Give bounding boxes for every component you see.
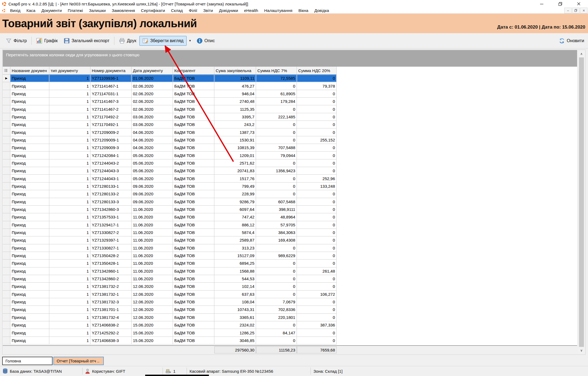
table-row[interactable]: Приход1YZ71170492-103.06.2020БаДМ ТОВ243… [3, 121, 337, 128]
scrollbar-thumb[interactable] [579, 57, 584, 347]
table-cell: 1 [49, 275, 90, 283]
print-button[interactable]: Друк [116, 36, 139, 46]
table-cell: 0 [256, 321, 297, 329]
chart-button[interactable]: Графік [33, 36, 60, 46]
table-row[interactable]: Приход1YZ71350428-111.06.2020БаДМ ТОВ689… [3, 260, 337, 267]
table-row[interactable]: Приход1YZ71342860-311.06.2020БаДМ ТОВ609… [3, 206, 337, 213]
group-by-panel[interactable]: Перетягніть заголовок колонки сюди для у… [3, 50, 577, 67]
column-header-5[interactable]: Контрагент [173, 67, 214, 74]
table-row[interactable]: Приход1YZ71280133-109.06.2020БаДМ ТОВ799… [3, 183, 337, 190]
table-row[interactable]: Приход1YZ71342860-211.06.2020БаДМ ТОВ544… [3, 275, 337, 283]
table-cell: 0 [297, 314, 337, 321]
table-row[interactable]: Приход1YZ71381732-212.06.2020БаДМ ТОВ102… [3, 283, 337, 290]
menu-item-11[interactable]: eHealth [241, 8, 261, 13]
mdi-restore-button[interactable] [572, 8, 580, 13]
save-view-dropdown[interactable]: ▼ [187, 39, 194, 42]
mdi-minimize-button[interactable]: – [564, 8, 572, 13]
table-row[interactable]: Приход1YZ71244043-105.06.2020БаДМ ТОВ151… [3, 175, 337, 182]
table-row[interactable]: Приход1YZ71141467-202.06.2020БаДМ ТОВ112… [3, 105, 337, 113]
table-cell: YZ71406838-3 [90, 337, 132, 344]
column-header-3[interactable]: Номер документа [90, 67, 132, 74]
scroll-down-icon[interactable]: ∨ [578, 347, 584, 354]
table-row[interactable]: Приход1YZ71170492-203.06.2020БаДМ ТОВ339… [3, 113, 337, 121]
menu-item-6[interactable]: Сертифікати [138, 8, 168, 13]
table-row[interactable]: Приход1YZ71141467-302.06.2020БаДМ ТОВ274… [3, 98, 337, 105]
table-row[interactable]: Приход1YZ71209009-204.06.2020БаДМ ТОВ138… [3, 128, 337, 136]
menu-item-0[interactable]: Вихід [7, 8, 23, 13]
mdi-close-button[interactable]: ✕ [580, 8, 587, 13]
table-row[interactable]: Приход1YZ71242084-105.06.2020БаДМ ТОВ120… [3, 152, 337, 159]
column-header-8[interactable]: Сумма НДС 20% [297, 67, 337, 74]
table-cell: 05.06.2020 [132, 159, 173, 167]
table-cell: 0 [256, 82, 297, 90]
table-row[interactable]: Приход1YZ71381732-112.06.2020БаДМ ТОВ637… [3, 291, 337, 298]
table-cell: Приход [10, 159, 49, 167]
table-cell: 313,23 [214, 244, 256, 252]
table-row[interactable]: Приход1YZ71357533-111.06.2020БаДМ ТОВ747… [3, 213, 337, 221]
table-cell: 179,284 [256, 98, 297, 105]
table-row[interactable]: Приход1YZ71342860-111.06.2020БаДМ ТОВ156… [3, 267, 337, 275]
table-row[interactable]: Приход1YZ71147031-102.06.2020БаДМ ТОВ946… [3, 90, 337, 98]
column-header-2[interactable]: тип документу [49, 67, 90, 74]
table-cell: YZ71330827-2 [90, 229, 132, 236]
menu-item-9[interactable]: Звіти [200, 8, 216, 13]
table-cell: 57,9705 [256, 221, 297, 229]
tab-home[interactable]: Головна [2, 357, 53, 365]
table-row[interactable]: Приход1YZ71381732-412.06.2020БаДМ ТОВ336… [3, 314, 337, 321]
menu-item-3[interactable]: Платежі [65, 8, 86, 13]
menu-item-1[interactable]: Каса [23, 8, 38, 13]
menu-item-4[interactable]: Залишки [86, 8, 109, 13]
table-row[interactable]: Приход1YZ71425292-215.06.2020БаДМ ТОВ128… [3, 329, 337, 337]
table-row[interactable]: Приход1YZ71280133-309.06.2020БаДМ ТОВ928… [3, 198, 337, 206]
column-header-6[interactable]: Сума закупівельна [214, 67, 256, 74]
menu-item-7[interactable]: Склад [168, 8, 186, 13]
table-row[interactable]: Приход1YZ71209009-304.06.2020БаДМ ТОВ108… [3, 144, 337, 152]
table-cell: БаДМ ТОВ [173, 260, 214, 267]
table-row[interactable]: Приход1YZ71329417-111.06.2020БаДМ ТОВ886… [3, 221, 337, 229]
scroll-up-icon[interactable]: ∧ [578, 51, 584, 57]
table-cell: 04.06.2020 [132, 128, 173, 136]
table-row[interactable]: Приход1YZ71406838-315.06.2020БаДМ ТОВ304… [3, 337, 337, 344]
total-purchase-sum: 297560,30 [214, 346, 256, 353]
menu-item-12[interactable]: Налаштування [261, 8, 295, 13]
table-row[interactable]: Приход1YZ71280133-209.06.2020БаДМ ТОВ228… [3, 190, 337, 198]
refresh-button[interactable]: Оновити [559, 38, 584, 44]
table-row[interactable]: Приход1YZ71330827-211.06.2020БаДМ ТОВ587… [3, 229, 337, 236]
filter-button[interactable]: Фільтр [3, 36, 30, 46]
menu-item-2[interactable]: Документи [38, 8, 65, 13]
close-button[interactable] [569, 0, 588, 8]
restore-button[interactable] [551, 0, 569, 8]
menu-item-10[interactable]: Довідники [216, 8, 241, 13]
vertical-scrollbar[interactable]: ∧ ∨ [578, 51, 584, 354]
table-row[interactable]: Приход1YZ71381732-312.06.2020БаДМ ТОВ108… [3, 298, 337, 306]
column-header-1[interactable]: Название докумен [10, 67, 49, 74]
minimize-button[interactable] [532, 0, 551, 8]
table-row[interactable]: Приход1YZ71381701-112.06.2020БаДМ ТОВ107… [3, 306, 337, 313]
table-row[interactable]: Приход1YZ71244043-205.06.2020БаДМ ТОВ257… [3, 159, 337, 167]
table-cell: Приход [10, 98, 49, 105]
column-header-4[interactable]: Дата документу [132, 67, 173, 74]
save-view-button[interactable]: Зберегти вигляд [139, 36, 187, 46]
table-row[interactable]: Приход1YZ71329397-111.06.2020БаДМ ТОВ258… [3, 236, 337, 244]
table-row[interactable]: Приход1YZ71330827-111.06.2020БаДМ ТОВ313… [3, 244, 337, 252]
menu-item-5[interactable]: Замовлення [109, 8, 138, 13]
description-button[interactable]: Опис [194, 36, 218, 46]
table-row[interactable]: Приход1YZ71244043-305.06.2020БаДМ ТОВ207… [3, 167, 337, 175]
tab-report[interactable]: Отчет [Товарный отч .. [53, 357, 104, 365]
menu-item-13[interactable]: Вікна [295, 8, 312, 13]
table-row[interactable]: Приход1YZ71141467-102.06.2020БаДМ ТОВ476… [3, 82, 337, 90]
column-header-7[interactable]: Сумма НДС 7% [256, 67, 297, 74]
table-row[interactable]: Приход1YZ71350428-211.06.2020БаДМ ТОВ151… [3, 252, 337, 260]
menu-item-14[interactable]: Довідка [311, 8, 332, 13]
table-row[interactable]: ▶Приход1YZ71109936-101.06.2020БаДМ ТОВ11… [3, 75, 337, 82]
table-cell: Приход [10, 183, 49, 190]
grid-corner-cell[interactable] [3, 67, 10, 74]
table-row[interactable]: Приход1YZ71406838-215.06.2020БаДМ ТОВ232… [3, 321, 337, 329]
export-button[interactable]: Загальний експорт [61, 36, 112, 46]
menu-item-8[interactable]: Філії [186, 8, 200, 13]
table-cell: Приход [10, 298, 49, 306]
table-row[interactable]: Приход1YZ71209009-104.06.2020БаДМ ТОВ153… [3, 136, 337, 144]
table-cell: 09.06.2020 [132, 198, 173, 206]
status-bar: База даних: TASA3@TITAN Користувач: GIFT… [0, 366, 588, 376]
table-cell: БаДМ ТОВ [173, 190, 214, 198]
